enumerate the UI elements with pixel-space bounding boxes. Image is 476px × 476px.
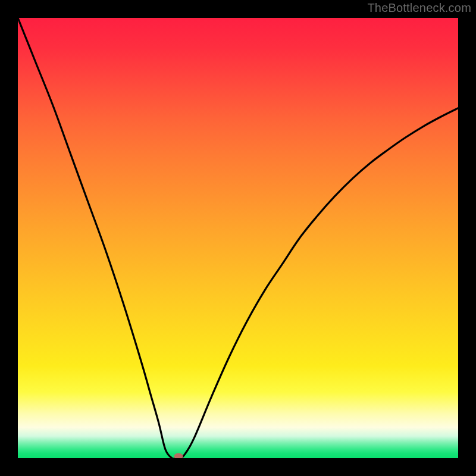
plot-area	[18, 18, 458, 458]
chart-frame: TheBottleneck.com	[0, 0, 476, 476]
curve-layer	[18, 18, 458, 458]
watermark-text: TheBottleneck.com	[367, 1, 471, 15]
bottleneck-curve	[18, 18, 458, 458]
optimum-marker	[174, 453, 183, 459]
